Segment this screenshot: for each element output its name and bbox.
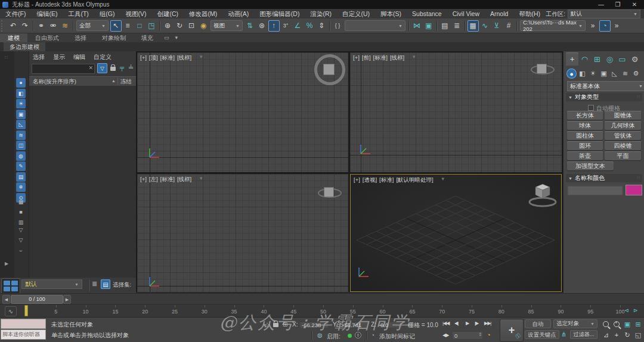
menu-item[interactable]: 组(G) [94,9,120,18]
align-icon[interactable]: ▣ [423,20,435,32]
lights-category-icon[interactable]: ☀ [588,69,598,79]
display-tab-icon[interactable]: ▭ [616,52,628,66]
go-to-start-button[interactable]: |◀◀ [442,321,449,326]
primitive-button[interactable]: 圆锥体 [605,111,641,120]
viewcube[interactable] [323,64,335,75]
selection-lock-toggle-icon[interactable]: 0 [355,332,361,338]
select-and-move-icon[interactable]: ⊕ [162,20,174,32]
shapes-category-icon[interactable]: ◧ [577,69,587,79]
menu-item[interactable]: Arnold [485,9,513,18]
primitive-button[interactable]: 长方体 [567,111,603,120]
select-and-place-icon[interactable]: ◉ [198,20,209,32]
use-pivot-point-center-icon[interactable]: ⇅ [244,20,256,32]
undo-icon[interactable]: ↶ [8,20,19,32]
display-lights-icon[interactable]: ☀ [16,99,26,108]
time-slider[interactable]: 0 / 100 [11,295,63,304]
zoom-icon[interactable] [601,319,611,329]
menu-item[interactable]: 动画(A) [222,9,254,18]
select-and-scale-icon[interactable]: ⊡ [186,20,197,32]
ribbon-tab-item[interactable]: 填充 [134,33,161,42]
dope-sheet-icon[interactable]: ⊻ [491,20,503,32]
close-button[interactable]: ✕ [626,0,643,9]
viewport-view-label[interactable]: [顶] [149,54,158,62]
sort-column-header[interactable]: 名称(按升序排序) [33,78,76,86]
display-cameras-icon[interactable]: ▣ [16,110,26,119]
menu-item[interactable]: 修改器(M) [184,9,222,18]
viewcube[interactable] [524,179,562,210]
mirror-icon[interactable]: ⋈ [411,20,423,32]
track-bar[interactable]: ∿ 05101520253035404550556065707580859095… [0,304,644,317]
primitive-button[interactable]: 加强型文本 [567,161,614,170]
primitive-button[interactable]: 管状体 [605,131,641,140]
play-button[interactable]: ▶ [466,321,469,326]
key-mode-dropdown[interactable]: 选定对象▼ [553,319,597,328]
filter-toggle-icon[interactable]: ▽ [97,63,107,73]
menu-item[interactable]: 脚本(S) [375,9,407,18]
primitive-button[interactable]: 几何球体 [605,121,641,130]
display-shapes-icon[interactable]: ◧ [16,89,26,98]
viewport-shading-label[interactable]: [线框] [390,54,404,62]
toolbar-grip[interactable] [1,20,6,32]
selection-l ock-icon[interactable] [273,323,278,327]
viewport-renderer-label[interactable]: [标准] [160,176,175,184]
viewport-filter-icon[interactable]: ▼ [199,176,203,184]
zoom-extents-all-icon[interactable]: ⊞ [633,319,643,329]
primitive-button[interactable]: 球体 [567,121,603,130]
menu-item[interactable]: 图形编辑器(D) [254,9,305,18]
next-frame-button[interactable]: |▶ [475,321,478,326]
menu-item[interactable]: 创建(C) [152,9,184,18]
menu-item[interactable]: 渲染(R) [305,9,337,18]
set-keys-button[interactable]: + ⚿ [500,319,524,342]
z-coordinate-field[interactable]: 0.0 [378,321,403,328]
frame-spinner-icon[interactable]: ⇕ [478,332,482,337]
display-materials-icon[interactable]: ◫ [16,141,26,150]
angle-snap-icon[interactable]: ∠ [292,20,304,32]
container-display-icon[interactable]: ⌣ [16,245,26,255]
x-coordinate-field[interactable]: -66.238 [299,321,329,328]
set-key-button[interactable]: 设置关键点 [525,330,559,339]
group-display-icon[interactable]: ▦ [16,197,26,207]
maxscript-mini-listener-label[interactable]: 脚本迷你侦听器 [1,329,46,340]
menu-item[interactable]: 编辑(E) [31,9,63,18]
scene-explorer-toggle-icon[interactable]: ▤ [439,20,451,32]
ribbon-minimize-icon[interactable]: ▭ [161,33,172,42]
layout-preset-dropdown[interactable]: 默认▼ [21,279,82,289]
viewport-front[interactable]: [+] [前] [标准] [线框] ▼ [350,52,562,172]
time-slider-marker[interactable] [24,305,28,316]
shape-display-icon[interactable]: ■ [16,207,26,217]
viewport-view-label[interactable]: [左] [149,176,158,184]
autogrid-checkbox[interactable] [588,105,594,111]
viewport-renderer-label[interactable]: [标准] [373,54,388,62]
display-objects-icon[interactable]: ◍ [16,151,26,161]
display-geometry-icon[interactable]: ● [16,78,26,88]
filter-icon[interactable]: ▽ [16,235,26,245]
ribbon-dropdown-arrow-icon[interactable]: ▾ [172,33,181,42]
select-by-name-icon[interactable]: ≡ [122,20,134,32]
viewport-perspective-active[interactable]: [+] [透视] [标准] [默认明暗处理] ▼ [350,174,562,292]
y-coordinate-field[interactable]: -56.741 [340,321,369,328]
display-bones-icon[interactable]: ✎ [16,161,26,171]
ribbon-tab-item[interactable]: 对象绘制 [94,33,134,42]
minimize-button[interactable]: — [593,0,609,9]
menu-item[interactable]: 帮助(H) [513,9,546,18]
keyboard-shortcut-override-icon[interactable]: ↑ [268,20,280,32]
select-and-manipulate-icon[interactable]: ⊛ [256,20,268,32]
viewcube[interactable] [324,187,334,197]
workspace-dropdown[interactable]: 默认▼ [568,10,640,18]
lock-icon[interactable] [110,67,116,71]
reference-coordinate-dropdown[interactable]: 视图▼ [210,20,243,31]
key-filters-button[interactable]: 过滤器... [570,330,597,339]
maximize-button[interactable]: ❐ [609,0,626,9]
viewport-view-label[interactable]: [前] [362,54,371,62]
ribbon-tab-item[interactable]: 选择 [67,33,94,42]
create-tab-icon[interactable]: ＋ [566,52,578,66]
explorer-search-input[interactable]: ✕ [32,64,95,74]
viewport-left[interactable]: [+] [左] [标准] [线框] ▼ [137,174,348,292]
ribbon-tab-item[interactable]: 自由形式 [27,33,67,42]
viewport-menu-plus[interactable]: [+] [354,176,360,184]
dock-grip-icon[interactable]: ∷ [5,55,8,60]
window-crossing-icon[interactable]: ◳ [146,20,157,32]
snaps-toggle-icon[interactable]: 3° [280,20,292,32]
key-mode-clock-icon[interactable]: ◔ [487,331,491,338]
maxscript-mini-listener-input[interactable] [1,319,46,329]
